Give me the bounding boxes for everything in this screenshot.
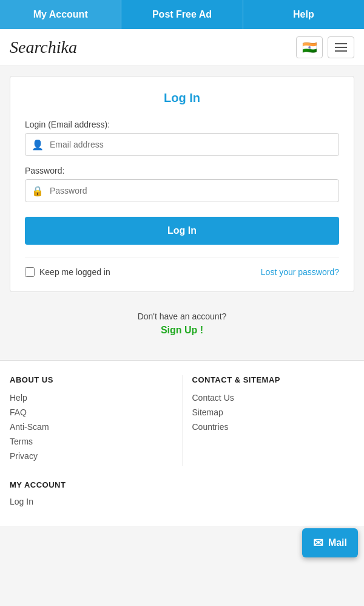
footer-grid: ABOUT US Help FAQ Anti-Scam Terms Privac… bbox=[10, 375, 354, 466]
header: Searchika 🇮🇳 bbox=[0, 29, 364, 66]
footer-divider-1 bbox=[182, 375, 183, 466]
email-input[interactable] bbox=[50, 134, 339, 155]
email-input-wrapper: 👤 bbox=[25, 133, 339, 156]
password-label: Password: bbox=[25, 166, 339, 175]
password-form-group: Password: 🔒 bbox=[25, 166, 339, 202]
signup-link[interactable]: Sign Up ! bbox=[10, 325, 354, 336]
menu-bar-1 bbox=[335, 43, 347, 44]
top-nav: My Account Post Free Ad Help bbox=[0, 0, 364, 29]
footer-link-login[interactable]: Log In bbox=[10, 497, 354, 506]
user-icon: 👤 bbox=[25, 139, 50, 151]
password-input[interactable] bbox=[50, 180, 339, 202]
my-account-heading: MY ACCOUNT bbox=[10, 480, 354, 489]
remember-me-group: Keep me logged in bbox=[25, 267, 110, 277]
footer-about-us: ABOUT US Help FAQ Anti-Scam Terms Privac… bbox=[10, 375, 172, 466]
hamburger-menu-button[interactable] bbox=[328, 36, 354, 58]
about-us-heading: ABOUT US bbox=[10, 375, 172, 384]
footer-link-contact-us[interactable]: Contact Us bbox=[192, 393, 355, 403]
lock-icon: 🔒 bbox=[25, 185, 50, 197]
login-title: Log In bbox=[25, 91, 339, 105]
footer-my-account: MY ACCOUNT Log In bbox=[10, 480, 354, 506]
email-label: Login (Email address): bbox=[25, 120, 339, 129]
footer-link-terms[interactable]: Terms bbox=[10, 437, 172, 446]
footer: ABOUT US Help FAQ Anti-Scam Terms Privac… bbox=[0, 360, 364, 526]
remember-me-label: Keep me logged in bbox=[39, 267, 110, 277]
main-content: Log In Login (Email address): 👤 Password… bbox=[0, 66, 364, 346]
help-nav[interactable]: Help bbox=[243, 0, 364, 29]
language-flag-button[interactable]: 🇮🇳 bbox=[296, 36, 323, 58]
forgot-password-link[interactable]: Lost your password? bbox=[261, 267, 339, 277]
signup-prompt: Don't have an account? bbox=[138, 312, 227, 321]
footer-link-sitemap[interactable]: Sitemap bbox=[192, 407, 355, 417]
remember-me-checkbox[interactable] bbox=[25, 267, 35, 277]
footer-link-faq[interactable]: FAQ bbox=[10, 407, 172, 417]
footer-link-countries[interactable]: Countries bbox=[192, 422, 355, 432]
header-right: 🇮🇳 bbox=[296, 36, 354, 58]
footer-link-privacy[interactable]: Privacy bbox=[10, 451, 172, 461]
signup-section: Don't have an account? Sign Up ! bbox=[10, 312, 354, 336]
remember-forgot-row: Keep me logged in Lost your password? bbox=[25, 257, 339, 277]
post-free-ad-nav[interactable]: Post Free Ad bbox=[121, 0, 243, 29]
email-form-group: Login (Email address): 👤 bbox=[25, 120, 339, 156]
menu-bar-3 bbox=[335, 50, 347, 52]
login-card: Log In Login (Email address): 👤 Password… bbox=[10, 76, 354, 292]
password-input-wrapper: 🔒 bbox=[25, 179, 339, 202]
footer-link-anti-scam[interactable]: Anti-Scam bbox=[10, 422, 172, 432]
menu-bar-2 bbox=[335, 47, 347, 48]
footer-contact-sitemap: CONTACT & SITEMAP Contact Us Sitemap Cou… bbox=[192, 375, 355, 466]
contact-sitemap-heading: CONTACT & SITEMAP bbox=[192, 375, 355, 384]
my-account-nav[interactable]: My Account bbox=[0, 0, 121, 29]
site-logo: Searchika bbox=[10, 38, 77, 57]
flag-icon: 🇮🇳 bbox=[302, 40, 317, 55]
login-button[interactable]: Log In bbox=[25, 217, 339, 245]
footer-link-help[interactable]: Help bbox=[10, 393, 172, 403]
